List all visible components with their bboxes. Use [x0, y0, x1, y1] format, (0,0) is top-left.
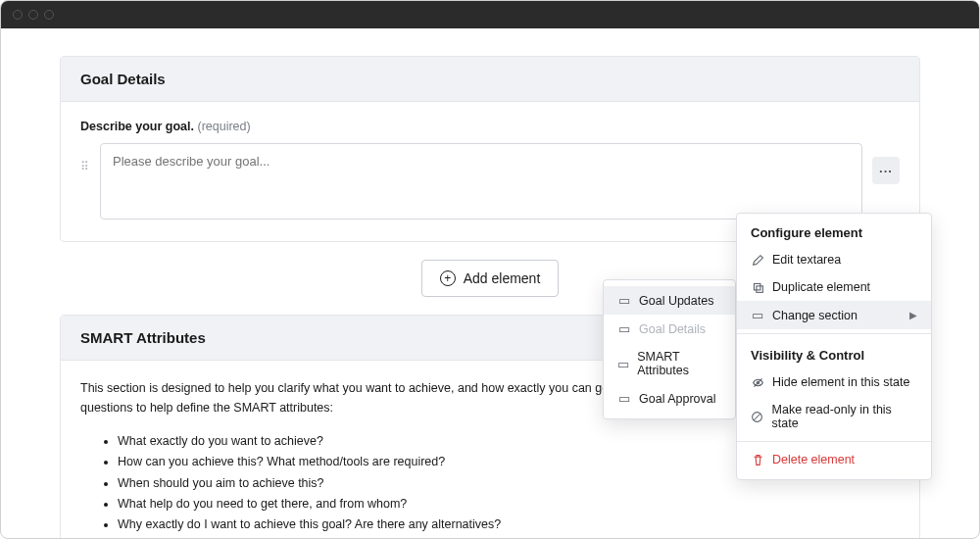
describe-label: Describe your goal. (required) — [80, 120, 900, 133]
required-indicator: (required) — [198, 120, 251, 133]
duplicate-icon — [751, 281, 764, 294]
content-area: Goal Details Describe your goal. (requir… — [1, 28, 979, 538]
window-close-dot[interactable] — [13, 10, 23, 20]
configure-section-title: Configure element — [737, 216, 931, 246]
menu-item-label: Goal Details — [639, 322, 706, 336]
window-min-dot[interactable] — [28, 10, 38, 20]
menu-item-label: Change section — [772, 309, 858, 322]
menu-divider — [737, 333, 931, 334]
more-options-button[interactable]: ··· — [872, 157, 900, 184]
hide-element-item[interactable]: Hide element in this state — [737, 368, 931, 396]
menu-item-label: Goal Updates — [639, 294, 713, 308]
section-icon: ▭ — [751, 308, 764, 322]
form-icon: ▭ — [617, 293, 631, 308]
form-icon: ▭ — [617, 391, 631, 406]
change-section-item[interactable]: ▭ Change section ▶ — [737, 301, 931, 329]
list-item: Why exactly do I want to achieve this go… — [118, 514, 900, 535]
list-item: What help do you need to get there, and … — [118, 494, 900, 514]
section-option-goal-approval[interactable]: ▭ Goal Approval — [604, 384, 735, 413]
menu-divider — [737, 441, 931, 442]
svg-rect-0 — [754, 283, 760, 290]
block-icon — [751, 411, 764, 423]
add-element-label: Add element — [464, 270, 541, 286]
delete-element-item[interactable]: Delete element — [737, 446, 931, 473]
drag-handle-icon[interactable]: ⠿ — [80, 143, 90, 169]
menu-item-label: Edit textarea — [772, 253, 841, 267]
chevron-right-icon: ▶ — [909, 310, 917, 320]
menu-item-label: Delete element — [772, 453, 855, 466]
app-window: Goal Details Describe your goal. (requir… — [0, 0, 980, 539]
svg-line-5 — [755, 414, 761, 420]
goal-details-header: Goal Details — [61, 57, 919, 102]
form-icon: ▭ — [617, 357, 629, 371]
add-element-button[interactable]: + Add element — [421, 260, 560, 297]
visibility-section-title: Visibility & Control — [737, 338, 931, 368]
section-option-goal-updates[interactable]: ▭ Goal Updates — [604, 286, 735, 315]
menu-item-label: Hide element in this state — [772, 375, 909, 389]
eye-off-icon — [751, 376, 764, 389]
menu-item-label: SMART Attributes — [637, 350, 721, 377]
menu-item-label: Goal Approval — [639, 392, 716, 406]
edit-textarea-item[interactable]: Edit textarea — [737, 246, 931, 273]
trash-icon — [751, 454, 764, 466]
duplicate-element-item[interactable]: Duplicate element — [737, 273, 931, 301]
titlebar — [1, 1, 979, 28]
plus-circle-icon: + — [440, 270, 456, 286]
svg-rect-1 — [756, 285, 762, 292]
pencil-icon — [751, 254, 764, 267]
form-icon: ▭ — [617, 321, 631, 336]
readonly-item[interactable]: Make read-only in this state — [737, 396, 931, 437]
configure-element-menu: Configure element Edit textarea Duplicat… — [736, 213, 932, 480]
menu-item-label: Duplicate element — [772, 280, 870, 294]
window-max-dot[interactable] — [44, 10, 54, 20]
menu-item-label: Make read-only in this state — [772, 403, 917, 430]
goal-description-input[interactable] — [100, 143, 862, 220]
describe-label-text: Describe your goal. — [80, 120, 194, 133]
change-section-submenu: ▭ Goal Updates ▭ Goal Details ▭ SMART At… — [603, 279, 736, 419]
section-option-goal-details: ▭ Goal Details — [604, 315, 735, 343]
section-option-smart-attributes[interactable]: ▭ SMART Attributes — [604, 343, 735, 384]
